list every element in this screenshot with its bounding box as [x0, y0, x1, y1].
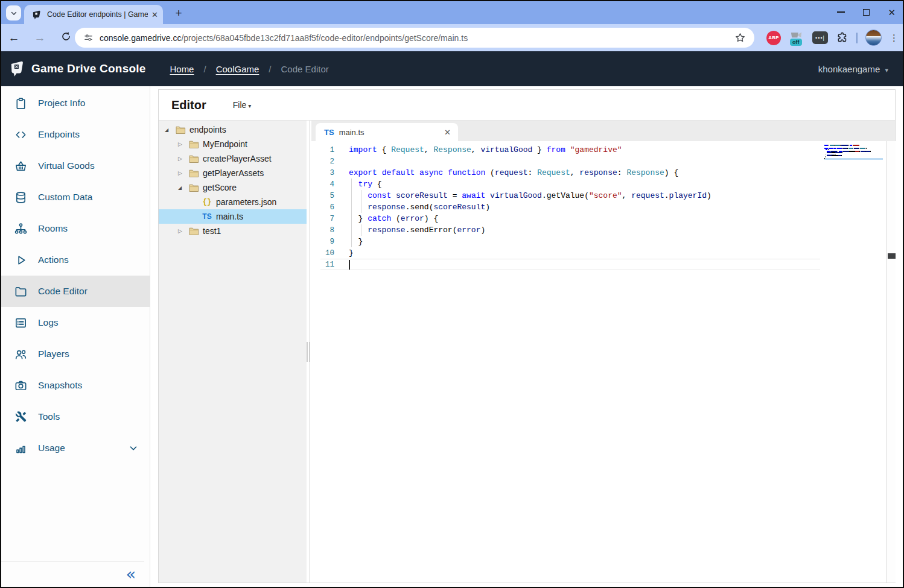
reload-button[interactable] — [59, 31, 72, 45]
new-tab-button[interactable]: + — [171, 5, 186, 21]
tree-item-endpoints[interactable]: ◢endpoints — [159, 122, 307, 137]
sidebar-item-project-info[interactable]: Project Info — [0, 87, 150, 119]
line-number: 8 — [311, 225, 334, 236]
browser-tab[interactable]: Code Editor endpoints | GameD ✕ — [24, 5, 163, 24]
tab-search-button[interactable] — [6, 5, 21, 21]
panel-splitter[interactable] — [310, 121, 310, 583]
typescript-icon: TS — [201, 212, 213, 221]
tree-item-label: createPlayerAsset — [203, 154, 272, 163]
tab-close-icon[interactable]: ✕ — [444, 128, 451, 137]
forward-button[interactable]: → — [33, 31, 46, 45]
sidebar-item-actions[interactable]: Actions — [0, 244, 150, 276]
line-number: 10 — [311, 248, 334, 259]
splitter-handle[interactable] — [307, 342, 308, 362]
sidebar-footer: « — [0, 561, 144, 588]
sidebar-item-code-editor[interactable]: Code Editor — [0, 276, 150, 307]
breadcrumb-code-editor: Code Editor — [281, 64, 329, 74]
tree-item-myendpoint[interactable]: ▷MyEndpoint — [159, 137, 307, 151]
editor-scrollbar[interactable] — [886, 141, 896, 583]
sidebar-item-custom-data[interactable]: Custom Data — [0, 182, 150, 213]
window-close-button[interactable]: ✕ — [888, 8, 896, 17]
sidebar-item-label: Endpoints — [38, 129, 80, 140]
brand-title: Game Drive Console — [31, 62, 145, 75]
code-icon — [13, 127, 28, 142]
collapsed-arrow-icon[interactable]: ▷ — [178, 141, 188, 147]
collapsed-arrow-icon[interactable]: ▷ — [178, 170, 188, 176]
file-menu-button[interactable]: File▾ — [227, 97, 258, 113]
tree-item-test1[interactable]: ▷test1 — [159, 224, 307, 238]
maximize-button[interactable] — [863, 9, 870, 16]
json-icon: {} — [201, 198, 213, 206]
camera-off-extension-icon[interactable]: off — [789, 30, 804, 46]
tree-item-label: main.ts — [216, 212, 243, 221]
folder-icon — [188, 227, 200, 236]
tree-item-getscore[interactable]: ◢getScore — [159, 180, 307, 195]
code-line-4: 4 try { — [311, 179, 711, 190]
sidebar-item-tools[interactable]: Tools — [0, 401, 150, 432]
sidebar-item-players[interactable]: Players — [0, 338, 150, 370]
tab-close-icon[interactable]: ✕ — [151, 10, 158, 19]
bookmark-star-icon[interactable] — [734, 32, 746, 43]
tree-item-main-ts[interactable]: TSmain.ts — [159, 209, 307, 224]
expanded-arrow-icon[interactable]: ◢ — [178, 185, 188, 191]
tree-item-createplayerasset[interactable]: ▷createPlayerAsset — [159, 151, 307, 166]
minimize-button[interactable] — [837, 11, 845, 13]
folder-icon — [188, 154, 200, 163]
extensions-puzzle-icon[interactable] — [836, 31, 848, 44]
line-number: 4 — [311, 179, 334, 191]
expanded-arrow-icon[interactable]: ◢ — [165, 127, 174, 133]
profile-avatar[interactable] — [865, 30, 882, 46]
scrollbar-thumb[interactable] — [888, 253, 896, 259]
users-icon — [13, 347, 28, 361]
breadcrumb-separator: / — [203, 64, 206, 74]
site-settings-icon[interactable] — [83, 33, 94, 43]
code-editor[interactable]: 1import { Request, Response, virtualGood… — [311, 141, 885, 583]
collapsed-arrow-icon[interactable]: ▷ — [178, 156, 188, 162]
sidebar-item-logs[interactable]: Logs — [0, 307, 150, 338]
tree-item-parameters-json[interactable]: {}parameters.json — [159, 195, 307, 209]
sidebar-item-label: Snapshots — [38, 380, 82, 391]
collapsed-arrow-icon[interactable]: ▷ — [178, 228, 188, 234]
sidebar-item-label: Virtual Goods — [38, 160, 95, 171]
camera-icon — [13, 378, 28, 393]
breadcrumb-home[interactable]: Home — [170, 64, 194, 74]
toolbar-extension-icon[interactable]: •••| — [812, 31, 828, 44]
line-number: 7 — [311, 213, 334, 225]
basket-icon — [13, 159, 28, 173]
back-button[interactable]: ← — [7, 31, 21, 45]
url-bar[interactable]: console.gamedrive.cc/projects/68a045fbde… — [75, 28, 754, 48]
typescript-icon: TS — [324, 128, 334, 137]
tab-name: main.ts — [339, 128, 444, 137]
brand[interactable]: Game Drive Console — [8, 60, 145, 78]
user-menu[interactable]: khonkaengame ▾ — [818, 64, 888, 74]
tree-item-getplayerassets[interactable]: ▷getPlayerAssets — [159, 166, 307, 180]
breadcrumb: Home/CoolGame/Code Editor — [170, 64, 328, 74]
sidebar: Project InfoEndpointsVirtual GoodsCustom… — [0, 86, 150, 588]
sidebar-item-label: Rooms — [38, 223, 68, 234]
folder-icon — [13, 284, 28, 299]
sidebar-item-label: Custom Data — [38, 192, 92, 203]
sidebar-item-virtual-goods[interactable]: Virtual Goods — [0, 150, 150, 182]
editor-tabbar: TS main.ts ✕ — [311, 121, 895, 141]
sidebar-collapse-button[interactable]: « — [126, 566, 136, 582]
sidebar-item-snapshots[interactable]: Snapshots — [0, 370, 150, 401]
minimap[interactable] — [824, 144, 883, 159]
editor-tab-main-ts[interactable]: TS main.ts ✕ — [316, 123, 458, 141]
reload-icon — [60, 31, 72, 42]
chevron-down-icon[interactable] — [128, 443, 139, 454]
database-icon — [13, 190, 28, 204]
sidebar-item-usage[interactable]: Usage — [0, 432, 150, 464]
breadcrumb-coolgame[interactable]: CoolGame — [216, 64, 259, 74]
indent-guide — [361, 224, 361, 236]
folder-icon — [188, 183, 200, 192]
list-icon — [13, 315, 28, 330]
code-line-9: 9 } — [311, 236, 711, 247]
tree-item-label: getPlayerAssets — [203, 168, 264, 178]
sidebar-item-rooms[interactable]: Rooms — [0, 213, 150, 244]
adblock-extension-icon[interactable]: ABP — [766, 31, 781, 45]
chevron-down-icon — [10, 10, 18, 17]
sidebar-item-endpoints[interactable]: Endpoints — [0, 119, 150, 150]
browser-menu-icon[interactable]: ⋮ — [890, 33, 898, 43]
sidebar-item-label: Players — [38, 349, 69, 359]
line-number: 2 — [311, 156, 334, 168]
